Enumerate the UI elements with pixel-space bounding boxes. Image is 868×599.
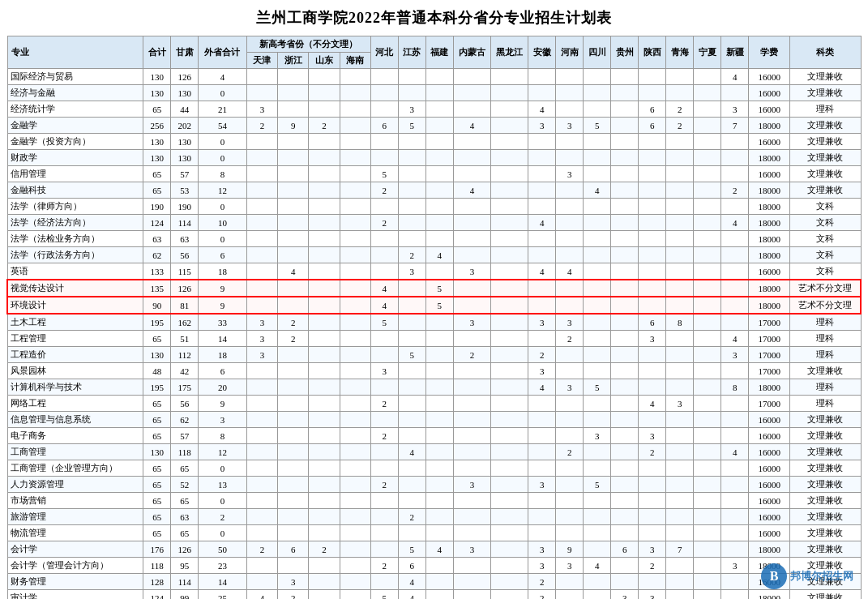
- table-row: 审计学1249925425423318000文理兼收: [7, 590, 861, 600]
- header-shandong: 山东: [309, 53, 340, 69]
- table-cell: 0: [199, 85, 247, 101]
- table-cell: 4: [199, 69, 247, 85]
- table-cell: [370, 134, 398, 150]
- table-cell: 65: [143, 477, 171, 493]
- table-cell: [694, 590, 721, 600]
- table-cell: 56: [171, 247, 199, 263]
- table-cell: [278, 101, 309, 118]
- table-cell: 4: [556, 263, 584, 280]
- table-cell: [309, 297, 340, 314]
- table-cell: 18000: [749, 297, 790, 314]
- table-cell: [611, 199, 639, 215]
- table-cell: [278, 215, 309, 231]
- table-cell: [694, 182, 721, 199]
- table-cell: [611, 477, 639, 493]
- table-cell: [309, 182, 340, 199]
- table-cell: [340, 101, 370, 118]
- table-cell: 4: [721, 215, 749, 231]
- table-cell: [309, 215, 340, 231]
- table-cell: [611, 525, 639, 541]
- table-cell: [639, 231, 666, 247]
- table-cell: 3: [370, 363, 398, 379]
- table-cell: 4: [528, 215, 556, 231]
- table-cell: 256: [143, 118, 171, 134]
- table-cell: 3: [199, 412, 247, 428]
- table-cell: [666, 280, 694, 297]
- table-cell: [425, 460, 453, 477]
- table-cell: 65: [143, 166, 171, 182]
- table-cell: 16000: [749, 444, 790, 460]
- table-cell: 文科: [790, 263, 861, 280]
- table-cell: [639, 150, 666, 166]
- header-heilongjiang: 黑龙江: [491, 36, 528, 69]
- table-cell: 16000: [749, 428, 790, 444]
- table-cell: [491, 574, 528, 590]
- table-cell: 16000: [749, 493, 790, 509]
- table-cell: 195: [143, 379, 171, 396]
- table-cell: [639, 347, 666, 363]
- table-cell: 44: [171, 101, 199, 118]
- table-cell: [721, 396, 749, 412]
- table-cell: [666, 590, 694, 600]
- table-cell: 0: [199, 525, 247, 541]
- table-cell: [309, 509, 340, 525]
- table-cell: 文理兼收: [790, 182, 861, 199]
- table-cell: [340, 297, 370, 314]
- table-cell: 65: [171, 460, 199, 477]
- table-cell: [398, 460, 425, 477]
- table-cell: 6: [199, 247, 247, 263]
- table-cell: [398, 396, 425, 412]
- table-cell: 25: [199, 590, 247, 600]
- table-cell: 135: [143, 280, 171, 297]
- table-cell: [721, 493, 749, 509]
- table-cell: [666, 231, 694, 247]
- table-cell: [278, 363, 309, 379]
- table-cell: [556, 363, 584, 379]
- table-cell: [611, 314, 639, 331]
- table-cell: 133: [143, 263, 171, 280]
- table-cell: 18000: [749, 199, 790, 215]
- table-cell: [556, 525, 584, 541]
- header-major: 专业: [7, 36, 143, 69]
- table-cell: [309, 363, 340, 379]
- table-cell: 2: [370, 428, 398, 444]
- watermark-logo: B: [761, 563, 787, 589]
- table-cell: 市场营销: [7, 493, 143, 509]
- table-row: 法学（律师方向）190190018000文科: [7, 199, 861, 215]
- table-cell: [370, 574, 398, 590]
- table-cell: [340, 525, 370, 541]
- table-cell: [584, 297, 611, 314]
- header-jiangsu: 江苏: [398, 36, 425, 69]
- table-cell: 文理兼收: [790, 541, 861, 558]
- table-cell: [639, 166, 666, 182]
- table-cell: 16000: [749, 85, 790, 101]
- table-cell: [425, 525, 453, 541]
- table-row: 工商管理13011812422416000文理兼收: [7, 444, 861, 460]
- table-cell: 8: [199, 166, 247, 182]
- table-cell: 0: [199, 150, 247, 166]
- table-cell: 56: [171, 396, 199, 412]
- table-cell: 65: [143, 182, 171, 199]
- table-cell: [666, 558, 694, 574]
- table-cell: [340, 331, 370, 347]
- table-cell: [491, 231, 528, 247]
- table-cell: [370, 331, 398, 347]
- table-cell: [278, 396, 309, 412]
- table-cell: 17000: [749, 363, 790, 379]
- table-cell: [491, 590, 528, 600]
- watermark: B 邦博尔招生网: [761, 563, 853, 589]
- table-cell: 计算机科学与技术: [7, 379, 143, 396]
- table-row: 环境设计908194518000艺术不分文理: [7, 297, 861, 314]
- table-cell: [611, 428, 639, 444]
- table-cell: [528, 150, 556, 166]
- table-cell: [278, 525, 309, 541]
- table-cell: 2: [278, 590, 309, 600]
- table-cell: [611, 347, 639, 363]
- table-cell: [694, 247, 721, 263]
- table-cell: [453, 574, 490, 590]
- table-cell: [278, 297, 309, 314]
- table-cell: [721, 263, 749, 280]
- table-cell: 16000: [749, 166, 790, 182]
- table-cell: 信用管理: [7, 166, 143, 182]
- table-cell: [370, 231, 398, 247]
